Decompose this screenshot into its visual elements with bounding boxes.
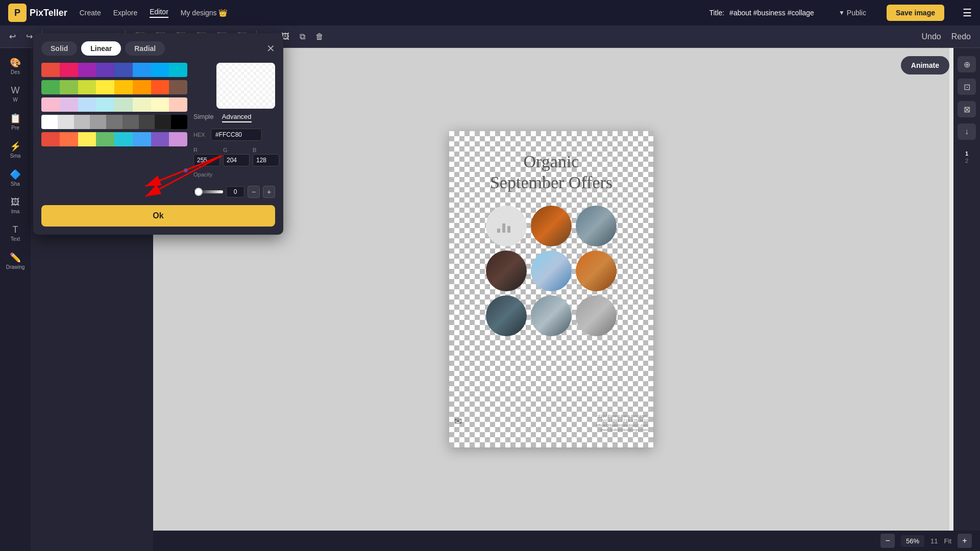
swatch-gray-6[interactable] xyxy=(139,115,155,129)
swatch-deep-orange[interactable] xyxy=(151,80,169,94)
save-image-button[interactable]: Save image xyxy=(887,5,944,21)
opacity-slider[interactable] xyxy=(193,190,223,193)
ok-button[interactable]: Ok xyxy=(41,205,275,227)
swatch-yellow[interactable] xyxy=(96,80,114,94)
ima-icon: 🖼 xyxy=(11,197,20,208)
advanced-tab[interactable]: Advanced xyxy=(222,113,252,122)
swatch-r-b[interactable] xyxy=(133,132,151,146)
swatch-gray-7[interactable] xyxy=(155,115,171,129)
swatch-green[interactable] xyxy=(41,80,60,94)
swatch-p4[interactable] xyxy=(96,97,114,112)
swatch-gray-5[interactable] xyxy=(122,115,139,129)
undo-button[interactable]: ↩ xyxy=(6,30,19,43)
sidebar-item-design[interactable]: 🎨 Des xyxy=(0,54,31,78)
radial-tab[interactable]: Radial xyxy=(125,41,165,56)
title-value[interactable]: #about #business #collage xyxy=(729,9,814,17)
sidebar-item-w[interactable]: W W xyxy=(0,82,31,106)
opacity-thumb[interactable] xyxy=(194,188,203,196)
opacity-plus-btn[interactable]: + xyxy=(263,186,275,198)
opacity-value-input[interactable] xyxy=(226,186,244,197)
right-btn-4[interactable]: ↓ xyxy=(958,123,976,140)
nav-editor[interactable]: Editor xyxy=(150,8,168,18)
swatch-p2[interactable] xyxy=(60,97,78,112)
mail-icon: ✉ xyxy=(454,416,462,427)
g-field-group: G xyxy=(223,145,250,166)
right-btn-3[interactable]: ⊠ xyxy=(958,101,976,117)
g-input[interactable] xyxy=(223,154,250,166)
swatch-lime[interactable] xyxy=(78,80,96,94)
r-input[interactable] xyxy=(193,154,220,166)
swatch-blue[interactable] xyxy=(133,63,151,77)
swatch-p3[interactable] xyxy=(78,97,96,112)
swatch-r-i[interactable] xyxy=(151,132,169,146)
linear-tab[interactable]: Linear xyxy=(81,41,121,56)
swatch-p7[interactable] xyxy=(151,97,169,112)
visibility-selector[interactable]: ▼ Public xyxy=(839,9,866,17)
nav-explore[interactable]: Explore xyxy=(113,9,137,17)
swatch-r-v[interactable] xyxy=(169,132,187,146)
sidebar-item-drawing[interactable]: ✏️ Drawing xyxy=(0,249,31,273)
color-swatches xyxy=(41,63,187,205)
nav-create[interactable]: Create xyxy=(80,9,101,17)
page-indicator: 1 2 xyxy=(965,150,968,165)
swatch-brown[interactable] xyxy=(169,80,187,94)
simple-tab[interactable]: Simple xyxy=(193,113,214,122)
swatch-r-y[interactable] xyxy=(78,132,96,146)
swatch-gray-4[interactable] xyxy=(106,115,122,129)
solid-tab[interactable]: Solid xyxy=(41,41,77,56)
swatch-pink[interactable] xyxy=(60,63,78,77)
opacity-minus-btn[interactable]: − xyxy=(248,186,260,198)
swatch-r-r[interactable] xyxy=(41,132,60,146)
swatch-p5[interactable] xyxy=(114,97,133,112)
toolbar-undo-label[interactable]: Undo xyxy=(919,30,944,43)
swatch-cyan[interactable] xyxy=(169,63,187,77)
swatch-black[interactable] xyxy=(171,115,187,129)
close-picker-button[interactable]: ✕ xyxy=(266,42,275,55)
page-2-indicator[interactable]: 2 xyxy=(965,157,968,164)
drawing-icon: ✏️ xyxy=(10,252,21,263)
swatch-light-blue[interactable] xyxy=(151,63,169,77)
swatch-gray-1[interactable] xyxy=(58,115,74,129)
b-input[interactable] xyxy=(253,154,279,166)
hamburger-menu[interactable]: ☰ xyxy=(963,7,972,19)
zoom-decrease-btn[interactable]: − xyxy=(880,534,895,548)
copy-btn[interactable]: ⧉ xyxy=(297,30,308,43)
photo-circle-2 xyxy=(576,206,617,246)
swatch-amber[interactable] xyxy=(114,80,133,94)
swatch-gray-2[interactable] xyxy=(74,115,90,129)
swatch-light-green[interactable] xyxy=(60,80,78,94)
sidebar-label-sha: Sha xyxy=(11,181,20,187)
sidebar-item-sma[interactable]: ⚡ Sma xyxy=(0,138,31,162)
page-1-indicator[interactable]: 1 xyxy=(965,150,968,157)
sidebar-item-sha[interactable]: 🔷 Sha xyxy=(0,166,31,190)
swatch-p6[interactable] xyxy=(133,97,151,112)
swatch-indigo[interactable] xyxy=(114,63,133,77)
swatch-r-g[interactable] xyxy=(96,132,114,146)
swatch-deep-purple[interactable] xyxy=(96,63,114,77)
hex-input[interactable] xyxy=(211,129,262,141)
opacity-label: Opacity xyxy=(193,171,219,178)
swatch-r-c[interactable] xyxy=(114,132,133,146)
nav-mydesigns[interactable]: My designs 👑 xyxy=(181,9,228,17)
sidebar-item-pre[interactable]: 📋 Pre xyxy=(0,110,31,134)
swatch-p1[interactable] xyxy=(41,97,60,112)
right-btn-2[interactable]: ⊡ xyxy=(958,79,976,95)
swatch-purple[interactable] xyxy=(78,63,96,77)
animate-button[interactable]: Animate xyxy=(901,56,949,74)
zoom-fit-btn[interactable]: Fit xyxy=(944,537,951,545)
toolbar-redo-label[interactable]: Redo xyxy=(948,30,974,43)
zoom-increase-btn[interactable]: + xyxy=(958,534,972,548)
canvas-content[interactable]: Organic September Offers xyxy=(449,131,653,447)
swatch-red[interactable] xyxy=(41,63,60,77)
logo[interactable]: P PixTeller xyxy=(8,4,67,22)
sidebar-item-text[interactable]: T Text xyxy=(0,221,31,245)
right-btn-1[interactable]: ⊕ xyxy=(958,56,976,72)
delete-btn[interactable]: 🗑 xyxy=(312,30,327,43)
swatch-r-o[interactable] xyxy=(60,132,78,146)
swatch-orange[interactable] xyxy=(133,80,151,94)
swatch-p8[interactable] xyxy=(169,97,187,112)
sidebar-item-ima[interactable]: 🖼 Ima xyxy=(0,194,31,217)
swatch-gray-3[interactable] xyxy=(90,115,106,129)
swatch-white[interactable] xyxy=(41,115,58,129)
rgb-row: R G B xyxy=(193,145,275,166)
